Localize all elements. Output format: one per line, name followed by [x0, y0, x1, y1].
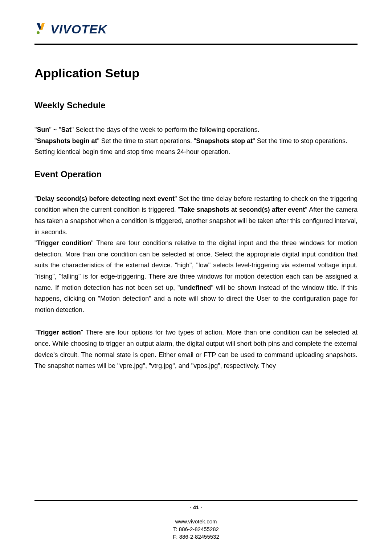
snapshots-stop-label: Snapshots stop at: [196, 137, 253, 145]
logo-text: VIVOTEK: [50, 22, 107, 36]
footer: - 41 - www.vivotek.com T: 886-2-82455282…: [0, 503, 392, 540]
sun-label: Sun: [37, 126, 49, 133]
vivotek-logo-icon: [34, 22, 49, 36]
footer-fax: F: 886-2-82455532: [0, 533, 392, 540]
svg-point-0: [37, 31, 40, 34]
delay-label: Delay second(s) before detecting next ev…: [37, 195, 175, 202]
section-event-heading: Event Operation: [34, 169, 358, 179]
page-title: Application Setup: [34, 66, 358, 80]
weekly-text2: Set the time to start operations. ": [99, 137, 196, 145]
section-weekly-heading: Weekly Schedule: [34, 100, 358, 110]
take-snapshots-label: Take snapshots at second(s) after event: [180, 206, 305, 213]
sat-label: Sat: [61, 126, 72, 133]
trigger-action-text: There are four options for two types of …: [34, 329, 358, 369]
weekly-text1: Select the days of the week to perform t…: [74, 126, 259, 133]
page-number: - 41 -: [0, 503, 392, 511]
snapshots-begin-label: Snapshots begin at: [37, 137, 97, 145]
event-paragraph-2: "Trigger action" There are four options …: [34, 327, 358, 371]
undefined-label: undefined: [180, 284, 211, 291]
weekly-paragraph: "Sun" ~ "Sat" Select the days of the wee…: [34, 124, 358, 158]
header-rule-thin: [34, 46, 358, 46]
footer-separator: [34, 499, 358, 501]
trigger-action-label: Trigger action: [37, 329, 81, 336]
tilde: ~: [53, 126, 57, 133]
weekly-text4: Setting identical begin time and stop ti…: [34, 148, 230, 155]
event-paragraph-1: "Delay second(s) before detecting next e…: [34, 193, 358, 316]
trigger-condition-label: Trigger condition: [37, 239, 91, 247]
header-rule-thick: [34, 44, 358, 45]
footer-url: www.vivotek.com: [0, 518, 392, 525]
footer-tel: T: 886-2-82455282: [0, 525, 392, 533]
weekly-text3: " Set the time to stop operations.: [253, 137, 347, 145]
trigger-cond-text1: There are four conditions relative to th…: [34, 239, 358, 291]
logo: VIVOTEK: [34, 22, 358, 36]
